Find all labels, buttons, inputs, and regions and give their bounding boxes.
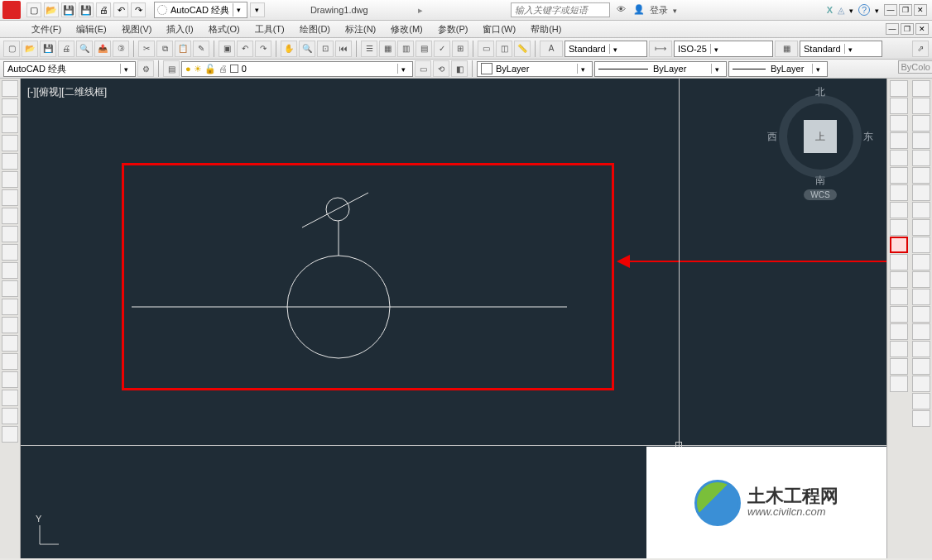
array-icon[interactable]: [890, 150, 908, 166]
copy-icon[interactable]: ⧉: [156, 41, 173, 57]
layerstate-icon[interactable]: ▭: [415, 60, 431, 77]
polyline-tool-icon[interactable]: [2, 117, 18, 133]
viewcube-compass[interactable]: 上 北 南 东 西: [771, 87, 870, 186]
sheetset-icon[interactable]: ▤: [416, 41, 432, 57]
chevron-down-icon[interactable]: [711, 64, 723, 74]
dim-continue-icon[interactable]: [912, 254, 930, 270]
dim-diameter-icon[interactable]: [912, 184, 930, 201]
matchprop-icon[interactable]: ✎: [193, 41, 209, 57]
autodesk360-icon[interactable]: ◬: [838, 5, 844, 16]
login-chevron-down-icon[interactable]: [673, 5, 677, 15]
compass-south[interactable]: 南: [815, 174, 825, 188]
viewcube-top-face[interactable]: 上: [804, 120, 837, 153]
multileader-icon[interactable]: ⇗: [912, 41, 929, 57]
viewcube[interactable]: 上 北 南 东 西 WCS: [771, 87, 870, 219]
ws-settings-icon[interactable]: ⚙: [137, 60, 154, 77]
dim-radius-icon[interactable]: [912, 150, 930, 166]
textstyle-dropdown[interactable]: Standard: [564, 41, 647, 57]
compass-north[interactable]: 北: [815, 85, 825, 99]
chevron-down-icon[interactable]: [120, 64, 132, 74]
fillet-icon[interactable]: [890, 341, 908, 357]
dim-aligned-icon[interactable]: [912, 98, 930, 114]
jogline-icon[interactable]: [912, 358, 930, 375]
mtext-tool-icon[interactable]: [2, 408, 18, 424]
select-icon[interactable]: ▭: [478, 41, 494, 57]
arc-tool-icon[interactable]: [2, 171, 18, 188]
dim-arc-icon[interactable]: [912, 115, 930, 132]
chevron-down-icon[interactable]: [844, 44, 856, 54]
chevron-down-icon[interactable]: [609, 44, 621, 54]
markup-icon[interactable]: ✓: [434, 41, 450, 57]
zoom-window-icon[interactable]: ⊡: [317, 41, 334, 57]
qselect-icon[interactable]: ◫: [496, 41, 512, 57]
a360-chevron-down-icon[interactable]: [849, 5, 853, 15]
new-doc-icon[interactable]: ▢: [3, 41, 20, 57]
login-label[interactable]: 登录: [650, 4, 668, 17]
menu-edit[interactable]: 编辑(E): [70, 22, 113, 37]
save-icon[interactable]: 💾: [61, 2, 76, 17]
properties-icon[interactable]: ☰: [361, 41, 377, 57]
dimtedit-icon[interactable]: [912, 393, 930, 409]
circle-tool-icon[interactable]: [2, 189, 18, 206]
line-tool-icon[interactable]: [2, 80, 18, 97]
menu-parametric[interactable]: 参数(P): [431, 22, 475, 37]
help-icon[interactable]: ?: [858, 4, 870, 16]
menu-help[interactable]: 帮助(H): [524, 22, 568, 37]
plotstyle-combo[interactable]: ByColo: [898, 60, 932, 74]
wcs-badge[interactable]: WCS: [804, 189, 836, 200]
redo-icon[interactable]: ↷: [131, 2, 146, 17]
dimstyle-icon[interactable]: ⟼: [649, 41, 672, 57]
chevron-down-icon[interactable]: [233, 3, 244, 17]
color-combo[interactable]: ByLayer: [477, 61, 593, 77]
gradient-tool-icon[interactable]: [2, 353, 18, 370]
textstyle-icon[interactable]: A: [540, 41, 563, 57]
toolpalette-icon[interactable]: ▥: [397, 41, 414, 57]
break-point-icon[interactable]: [890, 271, 908, 288]
menu-tools[interactable]: 工具(T): [248, 22, 291, 37]
chevron-down-icon[interactable]: [710, 44, 722, 54]
saveas-icon[interactable]: 💾: [79, 2, 94, 17]
workspace-combo[interactable]: AutoCAD 经典: [3, 61, 136, 77]
open-icon[interactable]: 📂: [44, 2, 59, 17]
quickcalc-icon[interactable]: ⊞: [452, 41, 468, 57]
layermanager-icon[interactable]: ▤: [163, 60, 180, 77]
exchange-icon[interactable]: X: [827, 5, 833, 15]
addselected-icon[interactable]: [2, 426, 18, 443]
hatch-tool-icon[interactable]: [2, 335, 18, 352]
layerprev-icon[interactable]: ⟲: [433, 60, 449, 77]
pan-icon[interactable]: ✋: [281, 41, 297, 57]
chamfer-icon[interactable]: [890, 323, 908, 340]
infocenter-icon[interactable]: 👁: [617, 4, 628, 16]
offset-icon[interactable]: [890, 132, 908, 149]
preview-icon[interactable]: 🔍: [76, 41, 93, 57]
dim-baseline-icon[interactable]: [912, 237, 930, 253]
redo2-icon[interactable]: ↷: [255, 41, 271, 57]
undo2-icon[interactable]: ↶: [237, 41, 253, 57]
menu-draw[interactable]: 绘图(D): [293, 22, 337, 37]
spline-tool-icon[interactable]: [2, 226, 18, 242]
menu-window[interactable]: 窗口(W): [476, 22, 522, 37]
polygon-tool-icon[interactable]: [2, 135, 18, 151]
tablestyle-icon[interactable]: ▦: [775, 41, 798, 57]
break-icon[interactable]: [890, 289, 908, 305]
make-block-icon[interactable]: [2, 299, 18, 315]
menu-file[interactable]: 文件(F): [25, 22, 68, 37]
designcenter-icon[interactable]: ▦: [379, 41, 396, 57]
erase-icon[interactable]: [890, 80, 908, 97]
dim-angular-icon[interactable]: [912, 202, 930, 218]
region-tool-icon[interactable]: [2, 371, 18, 388]
doc-minimize-button[interactable]: —: [886, 23, 899, 35]
copy2-icon[interactable]: [890, 98, 908, 114]
point-tool-icon[interactable]: [2, 317, 18, 333]
trim-icon[interactable]: [890, 237, 908, 253]
revcloud-tool-icon[interactable]: [2, 208, 18, 224]
dim-quick-icon[interactable]: [912, 219, 930, 236]
stretch-icon[interactable]: [890, 219, 908, 236]
dim-linear-icon[interactable]: [912, 80, 930, 97]
scale-icon[interactable]: [890, 202, 908, 218]
explode-icon[interactable]: [890, 376, 908, 392]
doc-close-button[interactable]: ✕: [915, 23, 929, 35]
linetype-combo[interactable]: ByLayer: [594, 61, 727, 77]
signin-icon[interactable]: 👤: [633, 4, 645, 16]
cut-icon[interactable]: ✂: [138, 41, 155, 57]
